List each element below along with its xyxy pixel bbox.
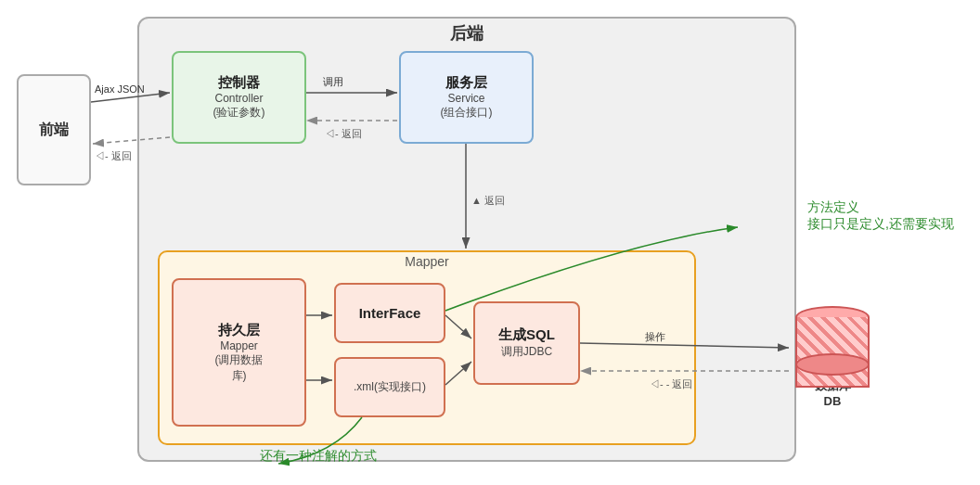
controller-subtitle2: (验证参数) [213,105,265,121]
sql-box: 生成SQL 调用JDBC [473,301,580,385]
persistence-subtitle2: (调用数据 [215,352,264,368]
controller-title: 控制器 [218,74,260,92]
interface-label: InterFace [359,305,421,321]
sql-line1: 生成SQL [498,326,555,344]
persistence-subtitle: Mapper [220,339,258,352]
annotation-right-line1: 方法定义 [807,199,954,216]
sql-line2: 调用JDBC [501,344,552,360]
annotation-bottom-text: 还有一种注解的方式 [260,448,377,463]
annotation-right-line2: 接口只是定义,还需要实现 [807,216,954,233]
service-box: 服务层 Service (组合接口) [399,51,534,144]
persistence-title: 持久层 [218,322,260,339]
persistence-box: 持久层 Mapper (调用数据 库) [172,278,306,427]
controller-box: 控制器 Controller (验证参数) [172,51,306,144]
db-bottom [795,353,870,376]
mapper-label: Mapper [158,250,696,269]
persistence-subtitle3: 库) [232,368,247,384]
service-subtitle: Service [447,92,484,105]
frontend-box: 前端 [17,74,91,185]
database-cylinder [795,306,870,376]
annotation-right: 方法定义 接口只是定义,还需要实现 [807,199,954,233]
service-subtitle2: (组合接口) [441,105,493,121]
xml-label: .xml(实现接口) [354,379,426,395]
controller-subtitle: Controller [214,92,263,105]
backend-label: 后端 [137,17,796,45]
db-body [795,317,870,388]
database-container: 数据库DB [791,306,874,408]
frontend-label: 前端 [39,121,69,140]
service-title: 服务层 [445,74,487,92]
diagram-container: 后端 前端 控制器 Controller (验证参数) 服务层 Service … [0,0,980,485]
xml-box: .xml(实现接口) [334,357,445,417]
interface-box: InterFace [334,283,445,343]
svg-text:◁- 返回: ◁- 返回 [95,150,132,161]
annotation-bottom: 还有一种注解的方式 [260,448,377,465]
